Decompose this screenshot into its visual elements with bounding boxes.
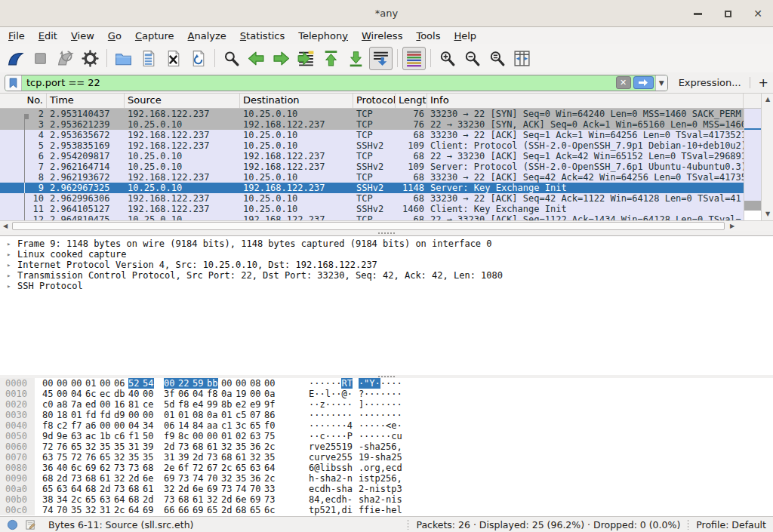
go-to-packet-icon[interactable] — [294, 47, 318, 70]
related-packet-marker — [24, 151, 25, 161]
go-forward-icon[interactable] — [269, 47, 293, 70]
maximize-button[interactable] — [722, 8, 734, 20]
expand-arrow-icon[interactable]: ▸ — [7, 238, 11, 249]
close-file-icon[interactable] — [162, 47, 185, 70]
go-back-icon[interactable] — [245, 47, 268, 70]
find-packet-icon[interactable] — [220, 47, 243, 70]
hex-row[interactable]: 0030801801fdfdd900000101080a01c50786····… — [0, 410, 773, 420]
column-header-protocol[interactable]: Protocol — [353, 94, 396, 108]
column-header-length[interactable]: Length — [396, 94, 427, 108]
hex-row[interactable]: 00000000000100065254002259bb00000800····… — [0, 378, 773, 389]
menu-help[interactable]: Help — [447, 30, 483, 42]
packet-row[interactable]: 102.962996306192.168.122.23710.25.0.10TC… — [0, 193, 744, 204]
stop-capture-icon[interactable] — [29, 47, 52, 70]
hex-row[interactable]: 0090682d736861322d6e697374703235362ch-sh… — [0, 473, 773, 484]
hex-row[interactable]: 00509d9e63ac1bc6f150f98c000001026375··c·… — [0, 431, 773, 441]
hex-offset: 00a0 — [0, 484, 35, 494]
save-file-icon[interactable] — [137, 47, 160, 70]
menu-go[interactable]: Go — [101, 30, 128, 42]
hex-row[interactable]: 008036406c69627373682e6f72672c6563646@li… — [0, 463, 773, 473]
restart-capture-icon[interactable] — [54, 47, 77, 70]
display-filter-input[interactable] — [22, 77, 616, 88]
packet-row[interactable]: 22.953140437192.168.122.23710.25.0.10TCP… — [0, 109, 744, 119]
reload-file-icon[interactable] — [186, 47, 210, 70]
related-packet-marker — [24, 119, 25, 130]
expand-arrow-icon[interactable]: ▸ — [7, 281, 11, 291]
expand-arrow-icon[interactable]: ▸ — [7, 260, 11, 270]
hex-row[interactable]: 00104500046cecdb40003f0604f80a19000aE··l… — [0, 389, 773, 399]
packet-row[interactable]: 42.953635672192.168.122.23710.25.0.10TCP… — [0, 130, 744, 140]
hex-offset: 0090 — [0, 473, 35, 484]
packet-row[interactable]: 92.96296732510.25.0.10192.168.122.237SSH… — [0, 183, 744, 193]
hex-row[interactable]: 0040f8c2f7a600000434061484aac13c65f0····… — [0, 420, 773, 431]
go-first-icon[interactable] — [319, 47, 343, 70]
hscrollbar-thumb[interactable] — [12, 222, 725, 230]
hex-row[interactable]: 00c074703532312c6469666669652d68656ctp52… — [0, 505, 773, 515]
scroll-up-icon[interactable]: ▲ — [762, 94, 773, 106]
menu-wireless[interactable]: Wireless — [355, 30, 409, 42]
detail-tree-row[interactable]: ▸Frame 9: 1148 bytes on wire (9184 bits)… — [0, 238, 773, 249]
zoom-in-icon[interactable] — [436, 47, 459, 70]
close-button[interactable]: ✕ — [752, 8, 764, 20]
expert-info-icon[interactable] — [7, 519, 18, 530]
packet-row[interactable]: 62.95420981710.25.0.10192.168.122.237TCP… — [0, 151, 744, 161]
auto-scroll-icon[interactable] — [369, 47, 393, 70]
zoom-reset-icon[interactable] — [485, 47, 509, 70]
status-packet-counts: Packets: 26 · Displayed: 25 (96.2%) · Dr… — [416, 519, 680, 530]
hex-row[interactable]: 006072766532353531392d7368613235362crve2… — [0, 441, 773, 452]
menu-edit[interactable]: Edit — [32, 30, 64, 42]
zoom-out-icon[interactable] — [460, 47, 484, 70]
hex-row[interactable]: 00b038342c656364682d736861322d6e697384,e… — [0, 494, 773, 505]
expand-arrow-icon[interactable]: ▸ — [7, 249, 11, 260]
resize-columns-icon[interactable] — [510, 47, 534, 70]
colorize-icon[interactable] — [402, 47, 426, 70]
menu-tools[interactable]: Tools — [409, 30, 447, 42]
hex-row[interactable]: 0070637572766532353531392d7368613235curv… — [0, 452, 773, 463]
add-filter-button-icon[interactable]: + — [759, 75, 768, 90]
packet-row[interactable]: 32.95362123910.25.0.10192.168.122.237TCP… — [0, 119, 744, 130]
status-bar-divider — [408, 520, 408, 530]
filter-clear-icon[interactable]: ✕ — [616, 76, 631, 89]
scroll-down-icon[interactable]: ▼ — [762, 208, 773, 220]
menu-capture[interactable]: Capture — [128, 30, 181, 42]
filter-apply-icon[interactable] — [633, 76, 654, 89]
menu-analyze[interactable]: Analyze — [181, 30, 233, 42]
column-header-source[interactable]: Source — [125, 94, 240, 108]
go-last-icon[interactable] — [344, 47, 368, 70]
detail-tree-row[interactable]: ▸SSH Protocol — [0, 281, 773, 291]
hex-row[interactable]: 00a0656364682d736861322d6e6973747033ecdh… — [0, 484, 773, 494]
packet-row[interactable]: 82.962193672192.168.122.23710.25.0.10TCP… — [0, 172, 744, 183]
start-capture-icon[interactable] — [4, 47, 27, 70]
packet-row[interactable]: 112.964105127192.168.122.23710.25.0.10SS… — [0, 204, 744, 214]
column-header-info[interactable]: Info — [427, 94, 744, 108]
intelligent-scrollbar[interactable] — [744, 109, 761, 220]
menu-telephony[interactable]: Telephony — [291, 30, 355, 42]
open-file-icon[interactable] — [112, 47, 135, 70]
scroll-right-icon[interactable]: ▶ — [727, 221, 738, 232]
capture-options-icon[interactable] — [79, 47, 102, 70]
menu-statistics[interactable]: Statistics — [233, 30, 291, 42]
minimize-button[interactable] — [691, 8, 704, 20]
column-header-destination[interactable]: Destination — [240, 94, 353, 108]
filter-bookmark-icon[interactable] — [5, 75, 22, 91]
detail-tree-row[interactable]: ▸Transmission Control Protocol, Src Port… — [0, 270, 773, 281]
scroll-left-icon[interactable]: ◀ — [0, 221, 11, 232]
menu-view[interactable]: View — [64, 30, 101, 42]
status-profile[interactable]: Profile: Default — [696, 519, 766, 530]
detail-tree-row[interactable]: ▸Linux cooked capture — [0, 249, 773, 260]
menu-file[interactable]: File — [2, 30, 32, 42]
expression-button[interactable]: Expression... — [679, 77, 741, 88]
packet-row[interactable]: 122.96481047510.25.0.10192.168.122.237TC… — [0, 214, 744, 220]
column-header-time[interactable]: Time — [47, 94, 125, 108]
packet-row[interactable]: 72.96216471410.25.0.10192.168.122.237SSH… — [0, 161, 744, 172]
expand-arrow-icon[interactable]: ▸ — [7, 270, 11, 281]
main-toolbar — [0, 44, 773, 72]
packet-list-hscrollbar[interactable]: ◀ ▶ — [0, 220, 773, 231]
filter-history-dropdown-icon[interactable]: ▼ — [655, 75, 667, 91]
capture-comment-icon[interactable] — [25, 519, 36, 530]
hex-row[interactable]: 0020c0a87aed001681ce5df8e4998be2e99f··z·… — [0, 399, 773, 410]
packet-list-vscrollbar[interactable]: ▲ ▼ — [761, 94, 773, 220]
packet-row[interactable]: 52.953835169192.168.122.23710.25.0.10SSH… — [0, 140, 744, 151]
detail-tree-row[interactable]: ▸Internet Protocol Version 4, Src: 10.25… — [0, 260, 773, 270]
column-header-no[interactable]: No. — [0, 94, 47, 108]
